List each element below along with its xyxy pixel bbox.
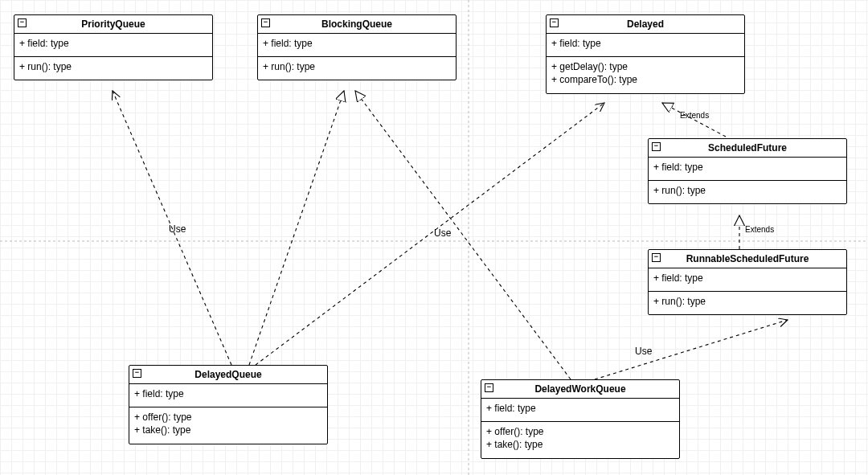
method: + compareTo(): type	[551, 73, 739, 86]
rel-label-use-2: Use	[434, 227, 451, 239]
method: + take(): type	[134, 424, 322, 436]
rel-delayedqueue-blockingqueue	[249, 91, 344, 365]
field: + field: type	[653, 161, 841, 174]
method: + offer(): type	[134, 411, 322, 424]
collapse-icon[interactable]: −	[133, 369, 141, 378]
class-name: BlockingQueue	[321, 18, 392, 30]
collapse-icon[interactable]: −	[550, 18, 559, 27]
collapse-icon[interactable]: −	[18, 18, 27, 27]
method: + run(): type	[263, 60, 451, 73]
class-name: RunnableScheduledFuture	[686, 253, 809, 264]
class-name: PriorityQueue	[81, 18, 145, 30]
class-name: Delayed	[627, 18, 664, 30]
class-priorityqueue[interactable]: − PriorityQueue + field: type + run(): t…	[14, 14, 213, 80]
rel-delayedworkqueue-rsf	[595, 320, 788, 379]
collapse-icon[interactable]: −	[485, 383, 493, 392]
class-name: DelayedWorkQueue	[534, 383, 625, 395]
method: + getDelay(): type	[551, 60, 739, 73]
rel-label-use-1: Use	[169, 223, 186, 235]
class-title: − PriorityQueue	[14, 15, 212, 34]
class-runnablescheduledfuture[interactable]: − RunnableScheduledFuture + field: type …	[648, 249, 847, 315]
collapse-icon[interactable]: −	[261, 18, 270, 27]
rel-label-use-3: Use	[635, 346, 652, 357]
class-title: − BlockingQueue	[258, 15, 456, 34]
field: + field: type	[551, 37, 739, 50]
class-scheduledfuture[interactable]: − ScheduledFuture + field: type + run():…	[648, 138, 847, 204]
method: + offer(): type	[486, 425, 674, 438]
class-delayedqueue[interactable]: − DelayedQueue + field: type + offer(): …	[129, 365, 328, 444]
field: + field: type	[486, 402, 674, 415]
class-title: − RunnableScheduledFuture	[649, 250, 846, 268]
method: + run(): type	[19, 60, 207, 73]
collapse-icon[interactable]: −	[652, 142, 661, 151]
class-delayedworkqueue[interactable]: − DelayedWorkQueue + field: type + offer…	[481, 379, 680, 459]
class-blockingqueue[interactable]: − BlockingQueue + field: type + run(): t…	[257, 14, 457, 80]
rel-scheduledfuture-delayed	[662, 103, 726, 137]
field: + field: type	[263, 37, 451, 50]
class-delayed[interactable]: − Delayed + field: type + getDelay(): ty…	[546, 14, 745, 94]
rel-delayedworkqueue-blockingqueue	[355, 91, 571, 379]
method: + run(): type	[653, 184, 841, 197]
method: + take(): type	[486, 438, 674, 451]
class-name: ScheduledFuture	[708, 142, 787, 154]
rel-delayedqueue-delayed	[256, 103, 604, 365]
rel-label-extends-2: Extends	[745, 225, 774, 234]
rel-label-extends-1: Extends	[680, 111, 709, 120]
class-title: − Delayed	[547, 15, 744, 34]
class-title: − ScheduledFuture	[649, 139, 846, 158]
method: + run(): type	[653, 295, 841, 308]
class-name: DelayedQueue	[194, 369, 261, 380]
field: + field: type	[653, 272, 841, 285]
field: + field: type	[19, 37, 207, 50]
field: + field: type	[134, 387, 322, 400]
class-title: − DelayedWorkQueue	[481, 380, 679, 399]
collapse-icon[interactable]: −	[652, 253, 661, 262]
class-title: − DelayedQueue	[129, 366, 327, 384]
